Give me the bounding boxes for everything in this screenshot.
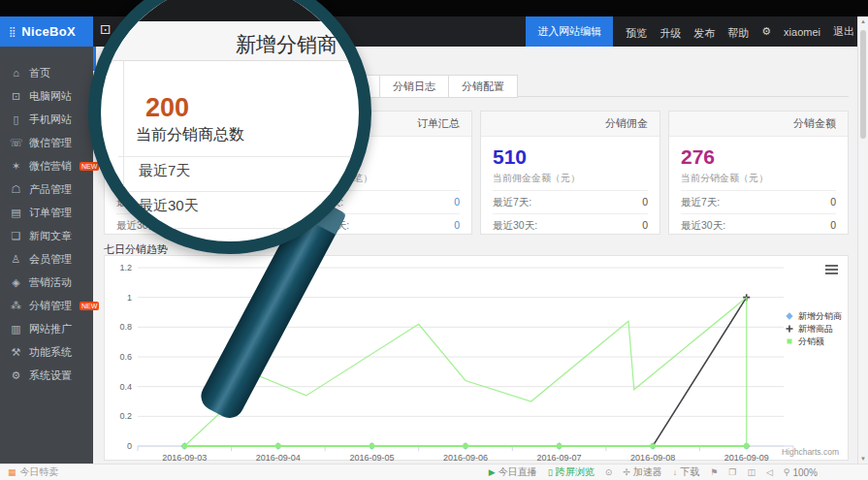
sidebar-item-6[interactable]: ▤订单管理 xyxy=(0,201,93,224)
stat-card-label: 当前分销金额（元） xyxy=(681,172,836,185)
sidebar-item-label: 分销管理 xyxy=(29,299,72,313)
sidebar-item-label: 网站推广 xyxy=(29,322,72,336)
tab-5[interactable]: 分销配置 xyxy=(448,75,518,98)
bottom-tool-flag-icon[interactable]: ⚑ xyxy=(710,467,718,477)
svg-text:0.4: 0.4 xyxy=(119,382,132,392)
bottom-tool-100%[interactable]: ⚲100% xyxy=(784,467,818,478)
news-icon: ❏ xyxy=(10,230,22,242)
row-label: 最近7天: xyxy=(681,191,720,213)
sidebar-item-label: 微信营销 xyxy=(29,159,72,174)
speaker-icon: ◁ xyxy=(766,467,773,477)
desktop-preview-icon[interactable]: ⊡ xyxy=(100,21,112,37)
member-icon: ♙ xyxy=(10,253,22,266)
tab-4[interactable]: 分销日志 xyxy=(379,75,449,98)
mobile-icon: ▯ xyxy=(10,113,22,126)
bottom-tool-跨屏浏览[interactable]: ▯跨屏浏览 xyxy=(548,465,595,479)
wechat-icon: ☏ xyxy=(10,137,22,149)
sidebar-item-3[interactable]: ☏微信管理 xyxy=(0,131,93,154)
svg-text:0.8: 0.8 xyxy=(119,322,132,332)
row-label: 最近30天: xyxy=(681,214,725,237)
bottom-bar-tools: ▶今日直播▯跨屏浏览⊙✢加速器↓下载⚑❐◫◁⚲100% xyxy=(489,464,818,480)
row-value: 0 xyxy=(830,214,836,237)
bottom-tool-label: 下载 xyxy=(680,465,699,479)
sidebar-item-12[interactable]: ⚒功能系统 xyxy=(0,340,93,364)
bottom-tool-window-icon[interactable]: ◫ xyxy=(747,467,755,477)
sidebar-item-5[interactable]: ☖产品管理 xyxy=(0,177,93,201)
trend-chart: 00.20.40.60.811.22016-09-032016-09-04201… xyxy=(105,256,848,462)
sidebar-item-8[interactable]: ♙会员管理 xyxy=(0,247,93,271)
lens-card-value: 200 xyxy=(145,93,189,123)
bottom-tool-label: 今日直播 xyxy=(498,465,537,479)
svg-text:2016-09-04: 2016-09-04 xyxy=(256,453,301,462)
username[interactable]: xiaomei xyxy=(784,26,820,38)
bottom-tool-下载[interactable]: ↓下载 xyxy=(673,465,700,479)
sidebar-item-label: 首页 xyxy=(29,66,50,80)
svg-text:0: 0 xyxy=(127,441,132,451)
stat-card-number: 510当前佣金金额（元） xyxy=(481,137,659,190)
order-icon: ▤ xyxy=(10,207,22,219)
sidebar-item-label: 微信管理 xyxy=(29,136,72,150)
appbar-link-1[interactable]: 升级 xyxy=(659,27,681,39)
campaign-icon: ◈ xyxy=(10,276,22,289)
appbar-link-3[interactable]: 帮助 xyxy=(727,27,749,39)
scrollbar-thumb[interactable] xyxy=(860,30,866,139)
sidebar-item-7[interactable]: ❏新闻文章 xyxy=(0,224,93,247)
bottom-tool-加速器[interactable]: ✢加速器 xyxy=(623,465,662,479)
stat-card-value: 276 xyxy=(681,145,836,169)
function-icon: ⚒ xyxy=(10,346,22,359)
sidebar-item-10[interactable]: ⁂分销管理NEW xyxy=(0,294,93,317)
zoom-icon: ⚲ xyxy=(784,467,790,477)
bottom-tool-今日直播[interactable]: ▶今日直播 xyxy=(489,465,537,479)
svg-text:0.6: 0.6 xyxy=(119,352,132,362)
mouse-icon: ⊙ xyxy=(605,467,613,477)
flag-icon: ⚑ xyxy=(710,467,718,477)
appbar-link-0[interactable]: 预览 xyxy=(626,27,647,39)
sidebar-item-2[interactable]: ▯手机网站 xyxy=(0,108,93,131)
sidebar-item-4[interactable]: ✶微信营销NEW xyxy=(0,154,93,177)
appbar-links: 预览升级发布帮助 xyxy=(613,23,749,41)
lens-row-7days: 最近7天 xyxy=(139,162,190,180)
lens-divider xyxy=(118,191,359,192)
lens-card-title: 新增分销商 xyxy=(236,31,338,58)
bottom-tool-label: 跨屏浏览 xyxy=(556,465,595,479)
row-value: 0 xyxy=(454,191,460,213)
sidebar-item-label: 功能系统 xyxy=(29,345,72,360)
scroll-up-icon[interactable]: ▲ xyxy=(858,18,868,24)
settings-gear-icon[interactable]: ⚙ xyxy=(761,25,771,38)
svg-text:2016-09-08: 2016-09-08 xyxy=(630,453,675,462)
home-icon: ⌂ xyxy=(10,67,22,79)
chart-legend[interactable]: 新增分销商新增商品分销额 xyxy=(786,311,842,346)
svg-text:2016-09-09: 2016-09-09 xyxy=(724,453,769,462)
bottom-tool-speaker-icon[interactable]: ◁ xyxy=(766,467,773,477)
sidebar-item-9[interactable]: ◈营销活动 xyxy=(0,271,93,294)
appbar-link-2[interactable]: 发布 xyxy=(693,27,715,39)
accelerator-icon: ✢ xyxy=(623,467,630,477)
desktop-icon: ⊡ xyxy=(10,90,22,103)
sidebar-item-0[interactable]: ⌂首页 xyxy=(0,61,93,84)
download-icon: ↓ xyxy=(673,467,678,477)
product-icon: ☖ xyxy=(10,183,22,196)
sidebar-item-label: 营销活动 xyxy=(29,275,72,290)
chart-mount: 00.20.40.60.811.22016-09-032016-09-04201… xyxy=(105,256,848,465)
phone-icon: ▯ xyxy=(548,467,553,477)
sale-icon: ▦ xyxy=(8,467,16,477)
logout-link[interactable]: 退出 xyxy=(833,24,854,39)
bottom-tool-mouse-icon[interactable]: ⊙ xyxy=(605,467,613,477)
enter-site-editor-button[interactable]: 进入网站编辑 xyxy=(526,16,613,47)
scroll-down-icon[interactable]: ▼ xyxy=(858,456,868,462)
chart-menu-icon[interactable] xyxy=(825,265,838,276)
scrollbar[interactable]: ▲ ▼ xyxy=(857,16,868,464)
bottom-tool-label: 100% xyxy=(792,467,818,478)
today-sale-item[interactable]: ▦ 今日特卖 xyxy=(8,464,59,480)
app-logo[interactable]: ⣿ NiceBoX xyxy=(0,16,93,47)
sidebar-item-label: 新闻文章 xyxy=(29,229,72,243)
sidebar-item-13[interactable]: ⚙系统设置 xyxy=(0,364,93,387)
screen: ⣿ NiceBoX ⊡ 进入网站编辑 预览升级发布帮助 ⚙ xiaomei 退出… xyxy=(0,0,868,480)
sidebar-item-1[interactable]: ⊡电脑网站 xyxy=(0,84,93,108)
play-icon: ▶ xyxy=(489,467,496,477)
row-label: 最近7天: xyxy=(493,191,531,213)
sidebar-item-11[interactable]: ▥网站推广 xyxy=(0,317,93,340)
bottom-tool-browser-icon[interactable]: ❐ xyxy=(728,467,736,477)
stat-card-value: 510 xyxy=(493,145,648,169)
logo-text: NiceBoX xyxy=(21,24,76,39)
